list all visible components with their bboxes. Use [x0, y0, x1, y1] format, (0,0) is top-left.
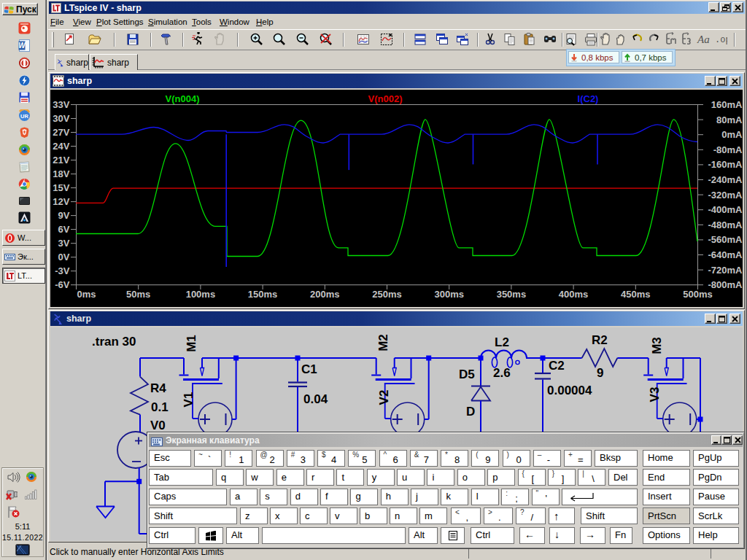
svg-text:L2: L2 [495, 335, 509, 349]
svg-text:-480mA: -480mA [708, 219, 743, 230]
svg-text:30V: 30V [53, 113, 69, 124]
svg-text:R4: R4 [150, 381, 166, 395]
svg-text:27V: 27V [53, 127, 69, 138]
svg-text:18V: 18V [53, 168, 69, 179]
svg-text:V1: V1 [182, 392, 196, 408]
svg-text:12V: 12V [53, 196, 69, 207]
svg-text:D5: D5 [459, 368, 475, 381]
svg-text:9V: 9V [58, 210, 70, 221]
svg-text:I(C2): I(C2) [578, 93, 599, 104]
svg-text:-560mA: -560mA [708, 234, 743, 245]
svg-text:V2: V2 [377, 390, 391, 405]
svg-text:V(n002): V(n002) [368, 93, 403, 104]
svg-text:-640mA: -640mA [708, 249, 743, 260]
svg-text:200ms: 200ms [310, 289, 339, 300]
svg-text:V(n004): V(n004) [166, 93, 200, 104]
svg-text:400ms: 400ms [559, 289, 588, 300]
svg-text:Aa: Aa [697, 34, 710, 45]
svg-text:160mA: 160mA [711, 99, 743, 110]
svg-text:100ms: 100ms [186, 289, 215, 300]
svg-text:-3V: -3V [55, 265, 70, 276]
svg-text:0.00004: 0.00004 [547, 384, 592, 397]
svg-text:R2: R2 [592, 333, 608, 347]
svg-text:UR: UR [20, 113, 28, 120]
svg-text:0.1: 0.1 [151, 400, 169, 414]
svg-text:80mA: 80mA [716, 114, 743, 125]
svg-text:-400mA: -400mA [708, 204, 743, 215]
svg-text:500ms: 500ms [683, 289, 712, 300]
svg-text:C1: C1 [301, 362, 317, 376]
svg-text:3V: 3V [58, 238, 70, 249]
svg-text:-6V: -6V [55, 279, 70, 290]
svg-text:-80mA: -80mA [713, 144, 743, 155]
svg-text:150ms: 150ms [248, 289, 277, 300]
svg-text:-800mA: -800mA [708, 279, 743, 290]
svg-text:-720mA: -720mA [708, 265, 743, 276]
svg-text:50ms: 50ms [126, 289, 150, 300]
svg-text:33V: 33V [53, 99, 69, 110]
svg-text:D: D [466, 405, 475, 419]
svg-text:0.04: 0.04 [303, 392, 328, 406]
svg-text:9: 9 [597, 366, 603, 380]
svg-text:V3: V3 [648, 387, 662, 402]
svg-text:M3: M3 [650, 337, 664, 354]
svg-text:0ms: 0ms [77, 289, 96, 300]
svg-text:V0: V0 [150, 419, 166, 432]
svg-text:450ms: 450ms [621, 289, 650, 300]
svg-text:0mA: 0mA [721, 129, 743, 140]
svg-text:-160mA: -160mA [708, 159, 743, 170]
svg-text:-320mA: -320mA [708, 190, 743, 201]
svg-text:.op: .op [715, 35, 727, 45]
svg-text:6V: 6V [58, 224, 70, 235]
svg-text:.tran 30: .tran 30 [92, 335, 136, 349]
svg-text:M1: M1 [185, 335, 198, 352]
svg-text:300ms: 300ms [434, 289, 463, 300]
svg-text:W: W [18, 42, 26, 50]
svg-text:250ms: 250ms [372, 289, 401, 300]
svg-text:15V: 15V [53, 182, 69, 193]
svg-text:2.6: 2.6 [493, 366, 511, 380]
svg-text:350ms: 350ms [497, 289, 526, 300]
svg-text:0V: 0V [58, 252, 70, 262]
svg-text:C2: C2 [549, 359, 565, 373]
svg-text:M2: M2 [376, 334, 390, 351]
svg-text:-240mA: -240mA [708, 174, 743, 185]
svg-text:21V: 21V [53, 155, 69, 166]
svg-text:24V: 24V [53, 141, 69, 152]
